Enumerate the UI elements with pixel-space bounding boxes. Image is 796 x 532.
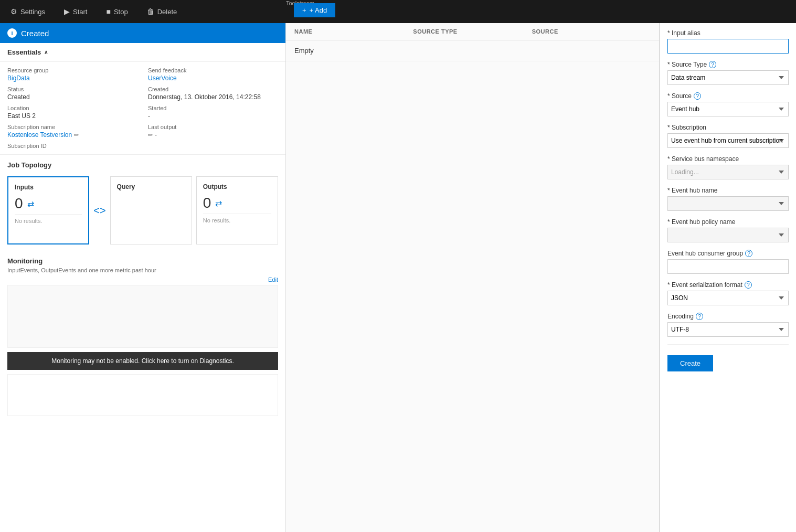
source-help-icon[interactable]: ? [694, 92, 701, 100]
started-item: Started - [148, 105, 278, 120]
started-value: - [148, 112, 278, 120]
status-label: Status [7, 86, 137, 92]
consumer-group-group: Event hub consumer group ? [667, 250, 789, 274]
monitoring-section: Monitoring InputEvents, OutputEvents and… [0, 251, 285, 420]
source-select[interactable]: Event hub IoT Hub Blob storage [667, 102, 789, 116]
service-bus-group: * Service bus namespace Loading... [667, 155, 789, 179]
consumer-group-label: Event hub consumer group ? [667, 250, 789, 257]
resource-group-label: Resource group [7, 67, 137, 73]
subscription-id-item: Subscription ID [7, 143, 137, 149]
subscription-edit-icon[interactable]: ✏ [74, 132, 79, 139]
outputs-box: Outputs 0 ⇄ No results. [196, 176, 278, 244]
outputs-no-results: No results. [203, 214, 271, 224]
inputs-count: 0 [15, 195, 23, 212]
inputs-box: Inputs 0 ⇄ No results. [7, 176, 89, 244]
input-alias-field[interactable] [667, 39, 789, 54]
settings-icon: ⚙ [10, 7, 17, 16]
source-type-select[interactable]: Data stream Reference data [667, 70, 789, 85]
serialization-help-icon[interactable]: ? [745, 281, 752, 289]
delete-button[interactable]: 🗑 Delete [143, 5, 182, 18]
inputs-no-results: No results. [15, 214, 82, 224]
outputs-add-icon[interactable]: ⇄ [215, 198, 222, 208]
monitoring-label: Monitoring [7, 255, 278, 267]
created-date-label: Created [148, 86, 278, 92]
empty-row: Empty [286, 40, 659, 61]
encoding-label: Encoding ? [667, 313, 789, 320]
subscription-form-label: * Subscription [667, 124, 789, 131]
monitoring-chart [7, 285, 278, 348]
essentials-label: Essentials [7, 48, 41, 56]
job-topology-section: Job Topology [0, 155, 285, 172]
monitoring-edit[interactable]: Edit [7, 276, 278, 283]
resource-group-value[interactable]: BigData [7, 75, 137, 82]
monitoring-banner[interactable]: Monitoring may not be enabled. Click her… [7, 352, 278, 370]
status-item: Status Created [7, 86, 137, 101]
event-hub-policy-group: * Event hub policy name [667, 218, 789, 242]
monitoring-description: InputEvents, OutputEvents and one more m… [7, 267, 278, 273]
inputs-count-row: 0 ⇄ [15, 195, 82, 212]
add-button[interactable]: + + Add [294, 3, 335, 17]
last-output-value: - [155, 131, 157, 139]
input-alias-label: * Input alias [667, 29, 789, 37]
encoding-help-icon[interactable]: ? [696, 313, 703, 320]
service-bus-select[interactable]: Loading... [667, 165, 789, 179]
subscription-name-label: Subscription name [7, 124, 137, 130]
col-source: SOURCE [532, 28, 651, 35]
subscription-name-value[interactable]: Kostenlose Testversion [7, 131, 72, 139]
essentials-header: Essentials ∧ [0, 43, 285, 62]
created-header: i Created [0, 23, 285, 43]
status-value: Created [7, 93, 137, 101]
location-value: East US 2 [7, 112, 137, 120]
create-footer: Create [667, 344, 789, 371]
subscription-select[interactable]: Use event hub from current subscription [667, 133, 789, 148]
main-layout: i Created Essentials ∧ Resource group Bi… [0, 23, 796, 532]
stop-icon: ■ [106, 7, 110, 16]
outputs-title: Outputs [203, 183, 271, 190]
create-button[interactable]: Create [667, 355, 713, 371]
info-icon: i [7, 28, 17, 38]
settings-button[interactable]: ⚙ Settings [6, 5, 49, 18]
last-output-label: Last output [148, 124, 278, 130]
input-alias-group: * Input alias [667, 29, 789, 54]
encoding-select[interactable]: UTF-8 [667, 322, 789, 337]
consumer-group-help-icon[interactable]: ? [745, 250, 752, 257]
inputs-title: Inputs [15, 184, 82, 191]
resource-group-item: Resource group BigData [7, 67, 137, 82]
event-hub-policy-select[interactable] [667, 228, 789, 242]
table-header: NAME SOURCE TYPE SOURCE [286, 23, 659, 40]
empty-text: Empty [294, 47, 314, 55]
last-output-editable: ✏ - [148, 131, 278, 139]
source-group: * Source ? Event hub IoT Hub Blob storag… [667, 92, 789, 116]
col-source-type: SOURCE TYPE [413, 28, 532, 35]
subscription-group: * Subscription Use event hub from curren… [667, 124, 789, 148]
inputs-add-icon[interactable]: ⇄ [27, 199, 34, 209]
start-icon: ▶ [64, 7, 70, 16]
created-title: Created [21, 29, 49, 38]
monitoring-empty [7, 374, 278, 416]
stop-button[interactable]: ■ Stop [102, 5, 132, 18]
service-bus-label: * Service bus namespace [667, 155, 789, 163]
created-date-item: Created Donnerstag, 13. Oktober 2016, 14… [148, 86, 278, 101]
source-type-help-icon[interactable]: ? [709, 61, 716, 68]
subscription-id-label: Subscription ID [7, 143, 137, 149]
serialization-select[interactable]: JSON CSV Avro [667, 291, 789, 305]
source-type-label: * Source Type ? [667, 61, 789, 68]
event-hub-name-label: * Event hub name [667, 187, 789, 194]
location-item: Location East US 2 [7, 105, 137, 120]
topology-arrows: <> [93, 205, 105, 217]
send-feedback-item: Send feedback UserVoice [148, 67, 278, 82]
subscription-name-item: Subscription name Kostenlose Testversion… [7, 124, 137, 139]
outputs-count: 0 [203, 195, 211, 211]
chevron-up-icon[interactable]: ∧ [44, 49, 48, 55]
send-feedback-value[interactable]: UserVoice [148, 75, 278, 82]
toolbar: Toolstream ⚙ Settings ▶ Start ■ Stop 🗑 D… [0, 0, 796, 23]
delete-icon: 🗑 [147, 7, 154, 16]
plus-icon: + [302, 6, 306, 14]
start-button[interactable]: ▶ Start [60, 5, 91, 18]
middle-panel: NAME SOURCE TYPE SOURCE Empty [286, 23, 660, 532]
event-hub-name-group: * Event hub name [667, 187, 789, 211]
last-output-edit-icon[interactable]: ✏ [148, 132, 153, 139]
source-label: * Source ? [667, 92, 789, 100]
event-hub-name-select[interactable] [667, 196, 789, 211]
consumer-group-input[interactable] [667, 259, 789, 274]
